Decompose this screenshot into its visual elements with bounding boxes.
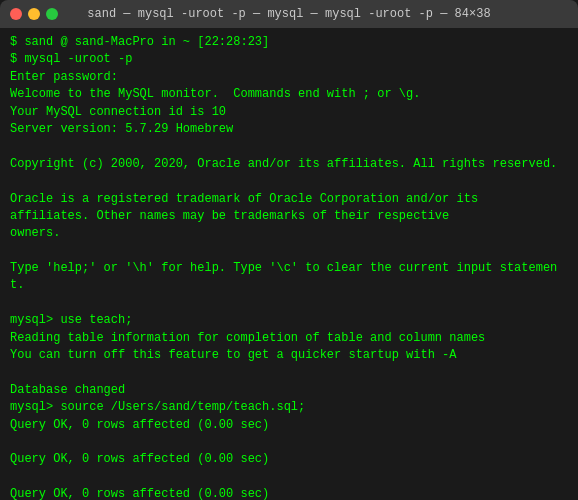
maximize-button[interactable] xyxy=(46,8,58,20)
terminal-line: Query OK, 0 rows affected (0.00 sec) xyxy=(10,486,568,500)
terminal-line: Type 'help;' or '\h' for help. Type '\c'… xyxy=(10,260,568,295)
close-button[interactable] xyxy=(10,8,22,20)
terminal-line xyxy=(10,173,568,190)
terminal-line: Database changed xyxy=(10,382,568,399)
title-bar-buttons xyxy=(10,8,58,20)
terminal-line: mysql> source /Users/sand/temp/teach.sql… xyxy=(10,399,568,416)
terminal-body: $ sand @ sand-MacPro in ~ [22:28:23]$ my… xyxy=(0,28,578,500)
terminal-line: Your MySQL connection id is 10 xyxy=(10,104,568,121)
minimize-button[interactable] xyxy=(28,8,40,20)
title-bar: sand — mysql -uroot -p — mysql — mysql -… xyxy=(0,0,578,28)
window-title: sand — mysql -uroot -p — mysql — mysql -… xyxy=(87,7,490,21)
terminal-line: Oracle is a registered trademark of Orac… xyxy=(10,191,568,208)
terminal-line: Server version: 5.7.29 Homebrew xyxy=(10,121,568,138)
terminal-line xyxy=(10,243,568,260)
terminal-line xyxy=(10,295,568,312)
terminal-line: Query OK, 0 rows affected (0.00 sec) xyxy=(10,451,568,468)
terminal-line: mysql> use teach; xyxy=(10,312,568,329)
terminal-line: Query OK, 0 rows affected (0.00 sec) xyxy=(10,417,568,434)
terminal-line xyxy=(10,364,568,381)
terminal-line: Enter password: xyxy=(10,69,568,86)
terminal-line: Welcome to the MySQL monitor. Commands e… xyxy=(10,86,568,103)
terminal-line: $ mysql -uroot -p xyxy=(10,51,568,68)
terminal-line: Reading table information for completion… xyxy=(10,330,568,347)
terminal-line: You can turn off this feature to get a q… xyxy=(10,347,568,364)
terminal-line: $ sand @ sand-MacPro in ~ [22:28:23] xyxy=(10,34,568,51)
terminal-line xyxy=(10,138,568,155)
terminal-line xyxy=(10,469,568,486)
terminal-line: affiliates. Other names may be trademark… xyxy=(10,208,568,225)
terminal-line: owners. xyxy=(10,225,568,242)
terminal-line xyxy=(10,434,568,451)
terminal-line: Copyright (c) 2000, 2020, Oracle and/or … xyxy=(10,156,568,173)
